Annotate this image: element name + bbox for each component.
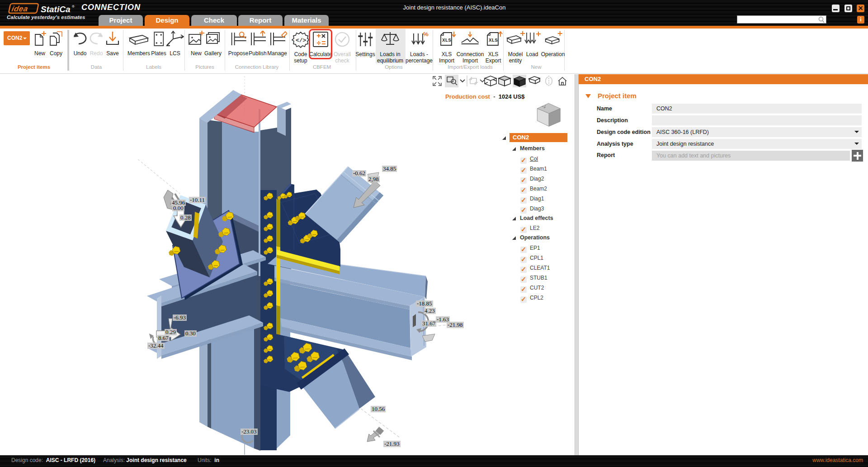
svg-text:®: ® [72, 5, 75, 9]
svg-text:idea: idea [11, 4, 29, 13]
svg-text:</>: </> [296, 37, 307, 44]
svg-text:StatiCa: StatiCa [41, 5, 71, 14]
svg-text:XLS: XLS [489, 38, 498, 43]
svg-text:XLS: XLS [442, 38, 451, 43]
svg-text:%: % [423, 31, 429, 38]
